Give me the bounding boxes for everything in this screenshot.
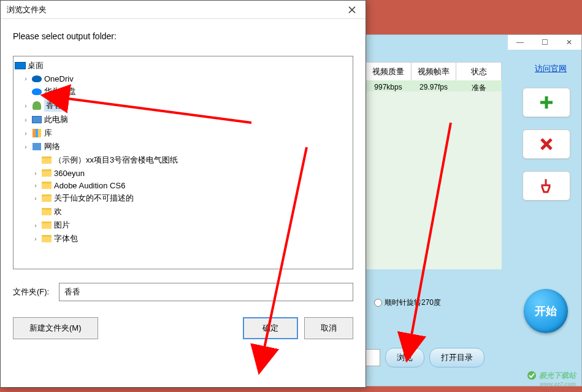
folder-icon xyxy=(42,235,52,242)
expand-chevron-icon[interactable]: › xyxy=(22,102,29,109)
cancel-button[interactable]: 取消 xyxy=(304,317,353,339)
tree-label: 香香 xyxy=(44,99,64,112)
rotate-option[interactable]: 顺时针旋转270度 xyxy=(374,298,441,308)
tree-item[interactable]: 华为云盘 xyxy=(15,85,351,98)
browse-folder-dialog: 浏览文件夹 Please select output folder: 桌面 ›O… xyxy=(0,0,366,388)
lib-icon xyxy=(33,129,41,137)
dialog-close-button[interactable] xyxy=(340,1,364,18)
list-area xyxy=(366,91,502,269)
tree-label: 华为云盘 xyxy=(44,86,76,97)
folder-name-row: 文件夹(F): xyxy=(13,283,353,301)
start-button[interactable]: 开始 xyxy=(524,289,568,333)
net-icon xyxy=(33,143,41,150)
cloud-icon xyxy=(32,75,42,82)
tree-item[interactable]: ›OneDriv xyxy=(15,72,351,85)
dialog-title: 浏览文件夹 xyxy=(7,4,47,15)
user-icon xyxy=(33,101,41,110)
expand-chevron-icon[interactable]: › xyxy=(22,144,29,150)
tree-item[interactable]: （示例）xx项目3号宿舍楼电气图纸 xyxy=(15,153,351,167)
dialog-titlebar: 浏览文件夹 xyxy=(1,1,366,19)
clear-button[interactable] xyxy=(523,171,570,201)
tree-label: 字体包 xyxy=(54,233,78,244)
col-fps: 视频帧率 xyxy=(412,63,457,81)
tree-item[interactable]: 欢 xyxy=(15,205,351,218)
table-header: 视频质量 视频帧率 状态 xyxy=(366,62,502,82)
tree-item[interactable]: ›360eyun xyxy=(15,167,351,179)
tree-item[interactable]: ›字体包 xyxy=(15,232,351,245)
watermark-icon xyxy=(527,371,537,380)
background-app-window: — ☐ ✕ 访问官网 视频质量 视频帧率 状态 997kbps 29.97fps… xyxy=(365,34,582,386)
browse-button[interactable]: 浏览 xyxy=(385,348,424,367)
watermark: 极光下载站 www.xz7.com xyxy=(527,370,576,387)
dialog-prompt: Please select output folder: xyxy=(13,31,353,41)
tree-label: 图片 xyxy=(54,220,70,231)
tree-root-desktop[interactable]: 桌面 xyxy=(15,59,351,72)
folder-icon xyxy=(42,208,52,215)
folder-name-input[interactable] xyxy=(59,283,353,301)
delete-button[interactable] xyxy=(523,129,570,159)
broom-icon xyxy=(538,177,555,194)
tree-label: 网络 xyxy=(44,141,60,152)
cloud2-icon xyxy=(32,88,42,95)
svg-point-0 xyxy=(527,371,536,380)
folder-icon xyxy=(42,182,52,189)
tree-item[interactable]: ›香香 xyxy=(15,98,351,113)
output-controls: 浏览 打开目录 xyxy=(366,348,484,367)
output-path-box[interactable] xyxy=(366,349,380,366)
close-button[interactable]: ✕ xyxy=(557,35,581,50)
folder-icon xyxy=(42,169,52,177)
expand-chevron-icon[interactable]: › xyxy=(22,117,29,123)
col-quality: 视频质量 xyxy=(366,63,412,81)
tree-item[interactable]: ›库 xyxy=(15,126,351,140)
tree-label: 库 xyxy=(44,128,52,139)
tree-label: （示例）xx项目3号宿舍楼电气图纸 xyxy=(54,155,178,166)
folder-icon xyxy=(42,221,52,229)
expand-chevron-icon[interactable]: › xyxy=(32,236,39,242)
tree-item[interactable]: ›图片 xyxy=(15,218,351,232)
expand-chevron-icon[interactable]: › xyxy=(22,75,29,82)
folder-icon xyxy=(42,156,52,164)
plus-icon xyxy=(538,94,555,111)
close-icon xyxy=(348,6,356,13)
folder-icon xyxy=(42,194,52,202)
tree-item[interactable]: ›Adobe Audition CS6 xyxy=(15,179,351,191)
expand-chevron-icon[interactable]: › xyxy=(32,195,39,202)
maximize-button[interactable]: ☐ xyxy=(532,35,557,50)
minimize-button[interactable]: — xyxy=(508,35,532,50)
add-button[interactable] xyxy=(523,88,570,117)
tree-item[interactable]: ›关于仙女的不可描述的 xyxy=(15,191,351,205)
tree-item[interactable]: ›网络 xyxy=(15,140,351,153)
expand-chevron-icon[interactable]: › xyxy=(32,222,39,229)
ok-button[interactable]: 确定 xyxy=(243,317,298,339)
expand-chevron-icon[interactable]: › xyxy=(32,182,39,189)
rotate-label: 顺时针旋转270度 xyxy=(385,298,441,308)
dialog-buttons: 新建文件夹(M) 确定 取消 xyxy=(13,317,353,339)
tree-label: 此电脑 xyxy=(44,114,68,125)
tree-label: 欢 xyxy=(54,206,62,217)
col-status: 状态 xyxy=(456,63,501,81)
tree-label: 360eyun xyxy=(54,169,85,178)
folder-label: 文件夹(F): xyxy=(13,286,49,298)
tree-label: 关于仙女的不可描述的 xyxy=(54,193,134,204)
rotate-radio[interactable] xyxy=(374,299,382,307)
window-controls: — ☐ ✕ xyxy=(508,35,581,50)
x-icon xyxy=(538,136,554,152)
visit-website-link[interactable]: 访问官网 xyxy=(535,63,567,74)
expand-chevron-icon[interactable]: › xyxy=(22,130,29,137)
expand-chevron-icon[interactable]: › xyxy=(32,170,39,177)
desktop-icon xyxy=(15,62,26,69)
folder-tree[interactable]: 桌面 ›OneDriv华为云盘›香香›此电脑›库›网络（示例）xx项目3号宿舍楼… xyxy=(13,56,353,269)
tree-item[interactable]: ›此电脑 xyxy=(15,113,351,126)
new-folder-button[interactable]: 新建文件夹(M) xyxy=(13,317,98,339)
tree-label: 桌面 xyxy=(28,60,44,71)
tree-label: Adobe Audition CS6 xyxy=(54,181,125,190)
pc-icon xyxy=(32,116,42,123)
tree-label: OneDriv xyxy=(44,74,74,83)
open-dir-button[interactable]: 打开目录 xyxy=(429,348,484,367)
